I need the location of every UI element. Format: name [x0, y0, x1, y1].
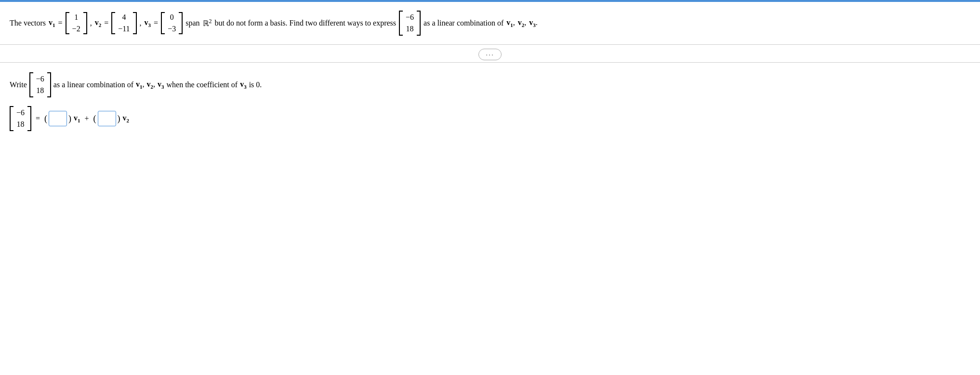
write-v2: v2,	[146, 80, 155, 90]
equation-line: −6 18 = ( ) v1 + ( ) v2	[10, 106, 970, 131]
eq-matrix: −6 18	[10, 106, 31, 131]
bracket-right-write	[47, 72, 51, 97]
eq-v2: v2	[123, 114, 130, 123]
write-v1: v1,	[136, 80, 145, 90]
write-v3: v3	[158, 80, 164, 90]
target-values: −6 18	[404, 11, 416, 36]
v1-matrix: 1 −2	[66, 11, 87, 36]
comma-1: ,	[90, 19, 92, 27]
question-area: The vectors v1 = 1 −2 , v2 = 4 −11 , v3 …	[0, 2, 980, 45]
equals-2: =	[104, 19, 108, 27]
eq-matrix-values: −6 18	[14, 106, 26, 131]
question-prefix: The vectors	[10, 19, 46, 27]
bracket-left-v1	[66, 12, 69, 34]
end-v2: v2,	[518, 18, 527, 28]
v3-values: 0 −3	[166, 11, 178, 36]
bracket-left-write	[29, 72, 33, 97]
bracket-right-v2	[133, 12, 137, 34]
coeff1-input[interactable]	[49, 111, 67, 126]
bracket-left-v3	[161, 12, 165, 34]
bracket-right-v3	[179, 12, 183, 34]
equals-3: =	[154, 19, 158, 27]
write-matrix: −6 18	[29, 72, 51, 97]
v1-values: 1 −2	[70, 11, 82, 36]
plus-sign: +	[85, 114, 89, 123]
v2-matrix: 4 −11	[111, 11, 136, 36]
v3-matrix: 0 −3	[161, 11, 183, 36]
cv3: v3	[240, 80, 247, 90]
paren-close-2: )	[118, 114, 120, 124]
end-v3: v3.	[529, 18, 538, 28]
end-v1: v1,	[506, 18, 515, 28]
write-prefix: Write	[10, 80, 27, 89]
bracket-left-target	[399, 11, 403, 36]
write-middle: as a linear combination of	[53, 80, 133, 89]
write-instruction: Write −6 18 as a linear combination of v…	[10, 72, 970, 97]
bracket-left-v2	[111, 12, 115, 34]
coeff2-wrapper: ( )	[93, 111, 120, 126]
target-matrix: −6 18	[399, 11, 421, 36]
v1-label: v1	[49, 18, 55, 28]
end-text: as a linear combination of	[424, 19, 503, 27]
span-text: span	[185, 19, 199, 27]
paren-open-1: (	[44, 114, 47, 124]
ellipsis-button[interactable]: ···	[478, 49, 502, 60]
answer-area: Write −6 18 as a linear combination of v…	[0, 63, 980, 141]
bracket-left-eq	[10, 106, 13, 131]
bracket-right-eq	[27, 106, 31, 131]
bracket-right-target	[417, 11, 421, 36]
paren-close-1: )	[68, 114, 71, 124]
coeff1-wrapper: ( )	[44, 111, 71, 126]
is-zero: is 0.	[249, 80, 262, 89]
bracket-right-v1	[83, 12, 87, 34]
equals-sign: =	[36, 114, 40, 123]
ellipsis-row: ···	[0, 45, 980, 62]
v3-label: v3	[145, 18, 151, 28]
equals-1: =	[58, 19, 63, 27]
v2-label: v2	[95, 18, 102, 28]
r2-symbol: ℝ2	[203, 18, 212, 28]
middle-text: but do not form a basis. Find two differ…	[215, 19, 397, 27]
coeff2-input[interactable]	[98, 111, 116, 126]
write-matrix-values: −6 18	[34, 72, 46, 97]
v2-values: 4 −11	[116, 11, 132, 36]
comma-2: ,	[140, 19, 142, 27]
eq-v1: v1	[74, 114, 80, 123]
when-text: when the coefficient of	[166, 80, 238, 89]
paren-open-2: (	[93, 114, 96, 124]
